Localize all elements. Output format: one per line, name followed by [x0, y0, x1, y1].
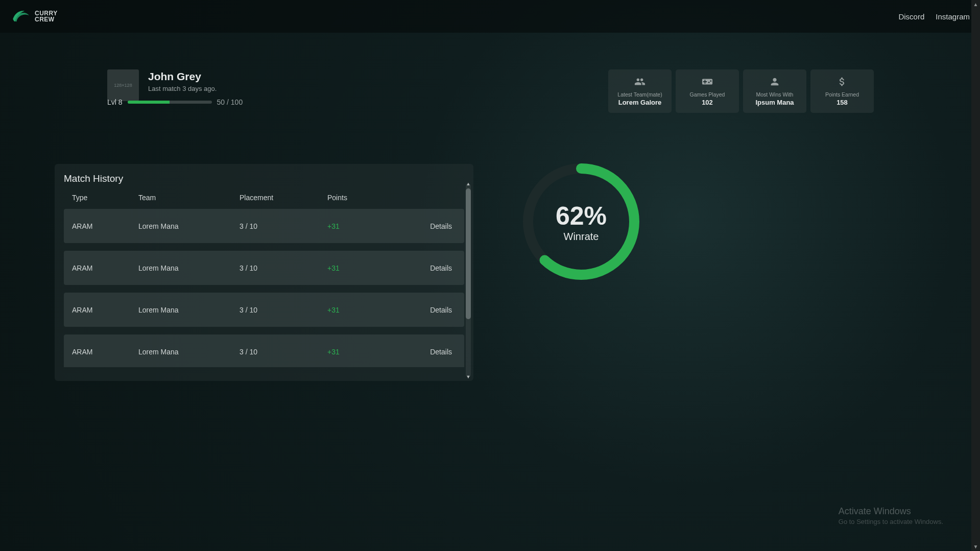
row-type: ARAM — [72, 222, 138, 230]
watermark-line2: Go to Settings to activate Windows. — [839, 518, 943, 525]
gamepad-icon — [702, 76, 713, 89]
logo[interactable]: CURRY CREW — [10, 6, 58, 27]
main-content: Match History Type Team Placement Points… — [0, 113, 980, 381]
history-row: ARAMLorem Mana3 / 10+31Details — [64, 209, 464, 243]
row-points: +31 — [327, 348, 409, 356]
stat-value: Lorem Galore — [618, 99, 662, 106]
browser-scrollbar[interactable]: ▲ ▼ — [971, 0, 980, 551]
people-icon — [634, 76, 646, 89]
stat-value: Ipsum Mana — [755, 99, 794, 106]
dollar-icon — [836, 76, 848, 89]
stat-label: Games Played — [690, 91, 725, 98]
last-match-text: Last match 3 days ago. — [148, 85, 217, 92]
stat-cards: Latest Team(mate)Lorem GaloreGames Playe… — [608, 69, 874, 113]
history-header: Type Team Placement Points — [55, 184, 473, 209]
scroll-up-icon[interactable]: ▲ — [466, 181, 471, 186]
header-team: Team — [138, 194, 240, 202]
browser-scroll-down-icon[interactable]: ▼ — [971, 542, 980, 551]
scroll-down-icon[interactable]: ▼ — [466, 374, 471, 379]
row-points: +31 — [327, 222, 409, 230]
logo-text-line2: CREW — [35, 16, 58, 22]
watermark-line1: Activate Windows — [839, 506, 943, 517]
winrate-chart: 62% Winrate — [521, 162, 641, 281]
row-type: ARAM — [72, 264, 138, 272]
header-placement: Placement — [240, 194, 327, 202]
xp-bar — [128, 101, 212, 104]
stat-label: Points Earned — [825, 91, 859, 98]
history-row: ARAMLorem Mana3 / 10+31Details — [64, 334, 464, 367]
row-type: ARAM — [72, 306, 138, 314]
history-row: ARAMLorem Mana3 / 10+31Details — [64, 293, 464, 327]
nav-links: Discord Instagram — [898, 12, 970, 21]
row-type: ARAM — [72, 348, 138, 356]
header-type: Type — [72, 194, 138, 202]
xp-text: 50 / 100 — [217, 98, 243, 106]
nav-discord[interactable]: Discord — [898, 12, 924, 21]
header-points: Points — [327, 194, 464, 202]
avatar[interactable]: 128×128 — [107, 69, 139, 101]
stat-card-2: Most Wins WithIpsum Mana — [743, 69, 806, 113]
row-points: +31 — [327, 264, 409, 272]
row-team: Lorem Mana — [138, 306, 240, 314]
match-history-panel: Match History Type Team Placement Points… — [55, 164, 473, 381]
stat-value: 102 — [702, 99, 713, 106]
nav-instagram[interactable]: Instagram — [936, 12, 970, 21]
history-row: ARAMLorem Mana3 / 10+31Details — [64, 251, 464, 285]
row-placement: 3 / 10 — [240, 222, 327, 230]
row-team: Lorem Mana — [138, 348, 240, 356]
stat-label: Latest Team(mate) — [617, 91, 662, 98]
row-team: Lorem Mana — [138, 222, 240, 230]
scroll-thumb[interactable] — [466, 188, 471, 319]
stat-label: Most Wins With — [756, 91, 794, 98]
stat-card-3: Points Earned158 — [810, 69, 874, 113]
match-history-title: Match History — [55, 173, 473, 184]
stat-card-1: Games Played102 — [676, 69, 739, 113]
row-details-button[interactable]: Details — [409, 264, 464, 272]
row-details-button[interactable]: Details — [409, 222, 464, 230]
row-placement: 3 / 10 — [240, 264, 327, 272]
row-placement: 3 / 10 — [240, 348, 327, 356]
level-row: Lvl 8 50 / 100 — [107, 98, 243, 106]
profile-info: 128×128 John Grey Last match 3 days ago. — [107, 69, 217, 101]
windows-watermark: Activate Windows Go to Settings to activ… — [839, 506, 943, 525]
stat-card-0: Latest Team(mate)Lorem Galore — [608, 69, 672, 113]
browser-scroll-up-icon[interactable]: ▲ — [971, 0, 980, 9]
row-details-button[interactable]: Details — [409, 348, 464, 356]
row-points: +31 — [327, 306, 409, 314]
person-icon — [769, 76, 780, 89]
history-scrollbar[interactable]: ▲ ▼ — [466, 183, 471, 377]
stat-value: 158 — [836, 99, 848, 106]
xp-fill — [128, 101, 170, 104]
player-name: John Grey — [148, 70, 217, 83]
topbar: CURRY CREW Discord Instagram — [0, 0, 980, 33]
history-rows[interactable]: ARAMLorem Mana3 / 10+31DetailsARAMLorem … — [55, 209, 473, 367]
winrate-percent: 62% — [556, 201, 607, 231]
winrate-label: Winrate — [564, 231, 599, 243]
logo-icon — [10, 6, 32, 27]
level-label: Lvl 8 — [107, 98, 123, 106]
row-team: Lorem Mana — [138, 264, 240, 272]
row-details-button[interactable]: Details — [409, 306, 464, 314]
row-placement: 3 / 10 — [240, 306, 327, 314]
